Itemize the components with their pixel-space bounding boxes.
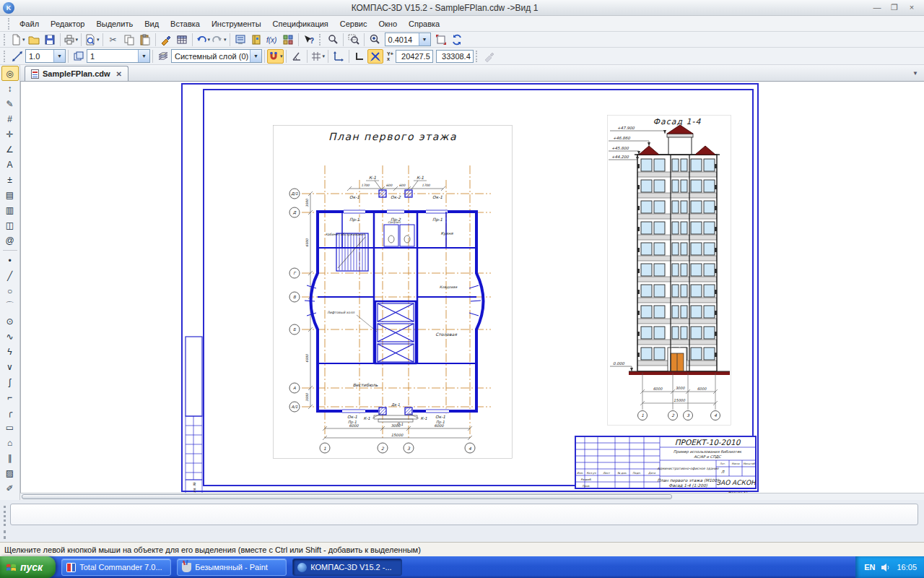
tool-insert-view-button[interactable]: ◫: [1, 217, 19, 233]
tool-ellipse-button[interactable]: ⊙: [1, 314, 19, 329]
tool-hatch-button[interactable]: ▨: [1, 465, 19, 480]
menu-file[interactable]: Файл: [14, 17, 45, 30]
tool-spline-button[interactable]: ∿: [1, 329, 19, 344]
copy-properties-button[interactable]: [158, 33, 174, 47]
message-panel-grip[interactable]: [4, 530, 6, 539]
zoom-in-button[interactable]: [367, 33, 383, 47]
view-number-dropdown[interactable]: ▼: [138, 50, 149, 62]
menu-view[interactable]: Вид: [139, 17, 165, 30]
catalog-button[interactable]: [248, 33, 264, 47]
ortho-drawing-button[interactable]: [352, 49, 367, 64]
toolbar-grip[interactable]: [4, 34, 6, 46]
tool-line-button[interactable]: ╱: [1, 268, 19, 283]
drawing-canvas[interactable]: Взам. инв. № Подп. и дата Инв. № подл. П…: [20, 82, 924, 493]
grid-toggle-button[interactable]: ▾: [310, 49, 326, 64]
minimize-button[interactable]: —: [871, 3, 884, 13]
menu-tools[interactable]: Инструменты: [206, 17, 267, 30]
library-manager-button[interactable]: [232, 33, 248, 47]
menu-editor[interactable]: Редактор: [45, 17, 90, 30]
tool-chamfer-button[interactable]: ⌐: [1, 389, 19, 405]
variables-button[interactable]: f(x): [264, 33, 280, 47]
new-document-button[interactable]: ▾: [9, 33, 26, 47]
layer-combo[interactable]: Системный слой (0)▼: [171, 49, 262, 63]
undo-button[interactable]: ▾: [195, 33, 212, 47]
title-bar: K КОМПАС-3D V15.2 - SampleFPlan.cdw ->Ви…: [0, 0, 924, 16]
task-kompas[interactable]: КОМПАС-3D V15.2 -...: [292, 558, 402, 576]
tool-measure-button[interactable]: A: [1, 157, 19, 172]
zoom-scale-dropdown[interactable]: ▼: [419, 33, 430, 46]
horizontal-scrollbar[interactable]: [20, 493, 924, 500]
print-button[interactable]: ▾: [63, 33, 79, 47]
menu-service[interactable]: Сервис: [334, 17, 373, 30]
snap-toggle-button[interactable]: ▾: [267, 49, 284, 64]
coordinate-y-field[interactable]: 33308.4: [436, 50, 474, 63]
local-cs-button[interactable]: [331, 49, 346, 64]
ortho-snap-toggle[interactable]: [367, 49, 383, 64]
zoom-area-button[interactable]: [346, 33, 362, 47]
copy-button[interactable]: [121, 33, 137, 47]
document-scale-combo[interactable]: 1.0▼: [25, 49, 66, 63]
clock[interactable]: 16:05: [897, 563, 917, 571]
tool-geometry-button[interactable]: ◎: [1, 66, 19, 81]
tool-parallel-lines-button[interactable]: ∥: [1, 450, 19, 465]
document-scale-dropdown[interactable]: ▼: [53, 50, 65, 62]
zoom-selected-button[interactable]: [325, 33, 341, 47]
language-indicator[interactable]: EN: [864, 563, 875, 571]
tool-rectangle-button[interactable]: ▭: [1, 420, 19, 435]
context-help-button[interactable]: ?: [301, 33, 317, 47]
cut-button[interactable]: ✂: [105, 33, 121, 47]
tool-specification-button[interactable]: ▤: [1, 187, 19, 202]
tool-arc-button[interactable]: ⌒: [1, 298, 19, 314]
menu-select[interactable]: Выделить: [90, 17, 139, 30]
tool-reports-button[interactable]: ▥: [1, 202, 19, 217]
horizontal-scrollbar-thumb[interactable]: [22, 494, 672, 499]
menu-help[interactable]: Справка: [403, 17, 445, 30]
document-tab[interactable]: SampleFPlan.cdw ✕: [25, 66, 128, 81]
zoom-scale-combo[interactable]: 0.4014▼: [385, 33, 431, 46]
restore-button[interactable]: ❐: [888, 3, 901, 13]
property-panel-grip[interactable]: [4, 506, 6, 526]
tool-editing-button[interactable]: ✛: [1, 126, 19, 142]
refresh-view-button[interactable]: [449, 33, 465, 47]
save-button[interactable]: [42, 33, 58, 47]
menu-insert[interactable]: Вставка: [165, 17, 206, 30]
redo-button[interactable]: ▾: [211, 33, 227, 47]
tool-designations-button[interactable]: #: [1, 111, 19, 126]
start-button[interactable]: пуск: [0, 556, 56, 578]
extra-toolbar-grip[interactable]: [476, 51, 479, 62]
angle-snap-button[interactable]: [289, 49, 305, 64]
property-bar[interactable]: [10, 504, 918, 525]
tool-point-button[interactable]: •: [1, 253, 19, 268]
tool-lightning-trace-button[interactable]: ϟ: [1, 344, 19, 359]
tool-macro-button[interactable]: @: [1, 233, 19, 248]
tool-polygon-button[interactable]: ⌂: [1, 435, 19, 450]
menu-grip[interactable]: [8, 18, 11, 30]
tool-fillet-button[interactable]: ╭: [1, 405, 19, 420]
preview-button[interactable]: ▾: [84, 33, 100, 47]
state-toolbar-grip[interactable]: [4, 51, 6, 62]
menu-specification[interactable]: Спецификация: [267, 17, 334, 30]
show-all-button[interactable]: [433, 33, 449, 47]
tool-parametrization-button[interactable]: ∠: [1, 142, 19, 157]
tab-list-button[interactable]: ▼: [912, 70, 918, 77]
task-paint[interactable]: Безымянный - Paint: [177, 558, 287, 576]
tool-circle-button[interactable]: ○: [1, 283, 19, 298]
tool-selection-button[interactable]: ±: [1, 172, 19, 187]
tool-dimensions-button[interactable]: ↕: [1, 81, 19, 96]
coordinate-x-field[interactable]: 20427.5: [396, 50, 433, 63]
tab-close-icon[interactable]: ✕: [116, 70, 122, 78]
tool-polyline-button[interactable]: ∨: [1, 359, 19, 374]
zoom-toolbar-grip[interactable]: [319, 34, 322, 46]
open-button[interactable]: [26, 33, 42, 47]
table-button[interactable]: [174, 33, 190, 47]
close-button[interactable]: ×: [905, 3, 918, 13]
volume-icon[interactable]: [881, 563, 891, 572]
units-button[interactable]: [280, 33, 296, 47]
tool-bezier-button[interactable]: ʃ: [1, 374, 19, 389]
view-number-combo[interactable]: 1▼: [87, 49, 150, 63]
tool-annotations-button[interactable]: ✎: [1, 96, 19, 111]
task-total-commander[interactable]: Total Commander 7.0...: [61, 558, 171, 576]
paste-button[interactable]: [137, 33, 153, 47]
menu-window[interactable]: Окно: [372, 17, 403, 30]
layer-dropdown[interactable]: ▼: [250, 50, 261, 62]
